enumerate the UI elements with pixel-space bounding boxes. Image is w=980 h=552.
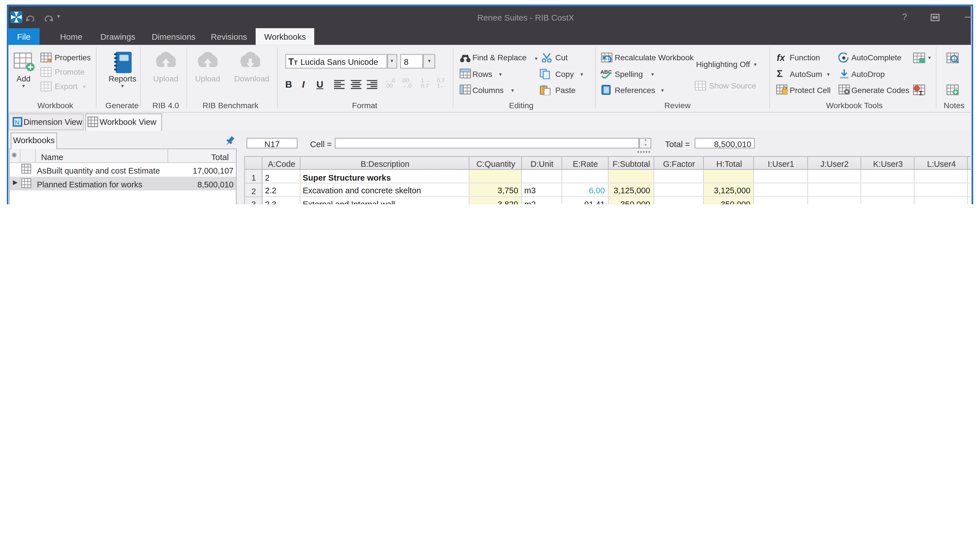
svg-text:ABC: ABC: [600, 69, 612, 75]
svg-text:N: N: [14, 119, 19, 126]
svg-text:Σ: Σ: [919, 89, 923, 95]
